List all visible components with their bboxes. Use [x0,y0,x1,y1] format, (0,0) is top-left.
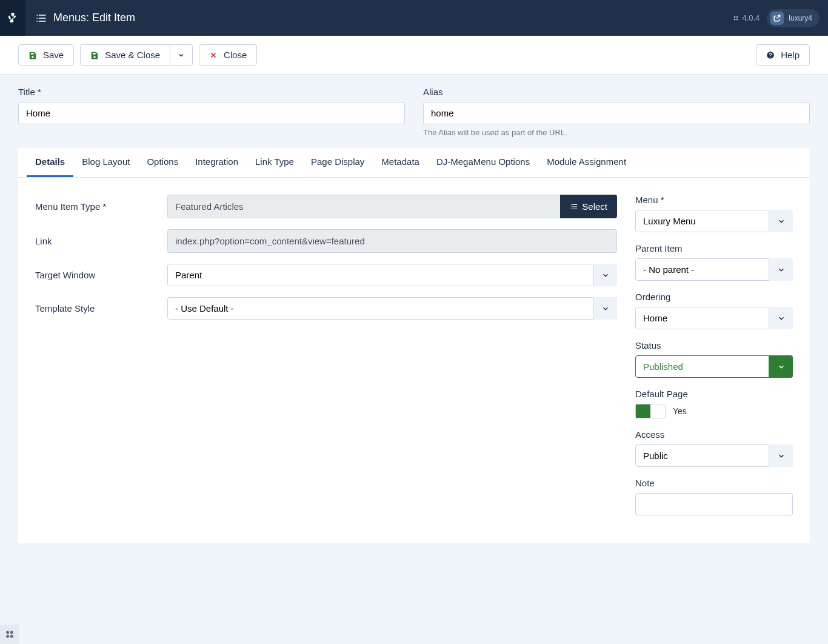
tab-options[interactable]: Options [138,148,187,177]
target-window-select[interactable]: Parent [167,264,617,286]
help-icon [766,51,775,59]
alias-input[interactable] [423,102,810,124]
close-button[interactable]: Close [199,44,257,65]
alias-label: Alias [423,87,810,97]
tab-blog-layout[interactable]: Blog Layout [73,148,138,177]
svg-point-1 [736,16,738,18]
title-input[interactable] [18,102,405,124]
header-right: 4.0.4 luxury4 [732,9,828,27]
tab-integration[interactable]: Integration [187,148,247,177]
save-close-button[interactable]: Save & Close [80,44,170,65]
tab-link-type[interactable]: Link Type [247,148,302,177]
svg-point-0 [734,16,736,18]
note-input[interactable] [635,493,793,515]
toolbar: Save Save & Close Close Help [0,36,828,75]
chevron-down-icon [178,52,185,59]
status-label: Status [635,340,793,351]
header-bar: Menus: Edit Item 4.0.4 luxury4 [0,0,828,36]
access-select[interactable]: Public [635,444,793,467]
save-close-dropdown[interactable] [170,44,193,65]
menu-select[interactable]: Luxury Menu [635,210,793,232]
template-style-label: Template Style [35,303,167,314]
page-title: Menus: Edit Item [53,12,135,24]
version-label: 4.0.4 [732,13,760,22]
username: luxury4 [789,14,812,22]
link-value [167,229,617,253]
access-label: Access [635,429,793,440]
list-icon [35,12,47,24]
save-icon [90,51,99,59]
note-label: Note [635,478,793,488]
status-select[interactable]: Published [635,355,793,378]
default-page-toggle[interactable] [635,404,666,418]
close-icon [209,51,218,59]
tab-details[interactable]: Details [27,148,73,177]
tab-module-assignment[interactable]: Module Assignment [538,148,635,177]
tab-page-display[interactable]: Page Display [302,148,373,177]
header-left: Menus: Edit Item [0,0,145,36]
save-icon [28,51,37,59]
page-title-box: Menus: Edit Item [25,12,145,24]
ordering-select[interactable]: Home [635,307,793,329]
menu-label: Menu * [635,195,793,205]
help-button[interactable]: Help [756,44,810,65]
svg-point-3 [736,18,738,20]
ordering-label: Ordering [635,292,793,302]
select-type-button[interactable]: Select [560,195,617,218]
save-close-group: Save & Close [80,44,193,65]
link-label: Link [35,236,167,246]
parent-select[interactable]: - No parent - [635,258,793,281]
default-page-value: Yes [673,406,687,416]
default-page-label: Default Page [635,389,793,399]
menu-item-type-label: Menu Item Type * [35,201,167,212]
svg-point-2 [734,18,736,20]
external-link-icon [770,12,784,25]
parent-label: Parent Item [635,243,793,253]
joomla-small-icon [732,15,740,22]
title-label: Title * [18,87,405,97]
target-window-label: Target Window [35,270,167,280]
alias-help: The Alias will be used as part of the UR… [423,128,810,137]
joomla-icon [6,12,19,25]
tab-metadata[interactable]: Metadata [373,148,428,177]
template-style-select[interactable]: - Use Default - [167,297,617,320]
list-icon [570,203,578,211]
user-pill[interactable]: luxury4 [767,9,820,27]
menu-item-type-value [167,195,560,218]
tabs: Details Blog Layout Options Integration … [18,148,810,178]
joomla-logo[interactable] [0,0,25,36]
tab-dj-megamenu[interactable]: DJ-MegaMenu Options [428,148,538,177]
save-button[interactable]: Save [18,44,74,65]
